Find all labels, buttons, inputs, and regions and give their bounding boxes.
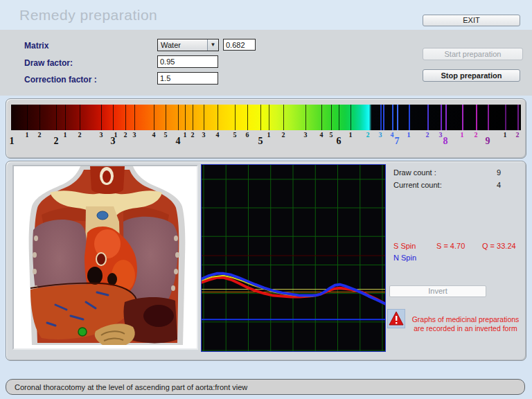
status-bar: Coronal thoracotomy at the level of asce… [6, 379, 525, 395]
spectrum-tick [185, 105, 186, 130]
spectrum-tick [488, 105, 489, 130]
spectrum-tick [260, 105, 261, 130]
spectrum-scale-number: 3 [111, 136, 116, 147]
matrix-select-value: Water [161, 41, 181, 49]
spectrum-scale-number: 2 [426, 131, 429, 139]
spectrum-scale-number: 1 [64, 131, 67, 139]
spectral-graph [201, 164, 386, 352]
matrix-coefficient-field[interactable]: 0.682 [223, 39, 256, 51]
draw-count-value: 9 [497, 168, 501, 177]
spectrum-scale-number: 4 [152, 131, 156, 139]
spectrum-tick [427, 105, 429, 130]
spectrum-tick [283, 105, 284, 130]
spectrum-scale-number: 2 [54, 136, 59, 147]
spectrum-tick [101, 105, 102, 130]
spectrum-tick [56, 105, 57, 130]
warning-text-line1: Graphs of medicinal preparations [406, 315, 525, 324]
chevron-down-icon[interactable]: ▼ [207, 39, 218, 51]
coronal-section-image [14, 166, 197, 348]
warning-text-line2: are recorded in an inverted form [406, 324, 525, 333]
spectrum-tick [125, 105, 126, 130]
current-count-row: Current count: 4 [393, 181, 501, 189]
correction-factor-field[interactable]: 1.5 [157, 72, 218, 85]
spectrum-scale-number: 1 [184, 131, 187, 139]
current-count-value: 4 [497, 181, 501, 189]
spectrum-tick [218, 105, 218, 130]
spectrum-scale-number: 2 [124, 131, 127, 139]
stop-preparation-button[interactable]: Stop preparation [423, 69, 520, 82]
spectrum-tick [269, 105, 269, 130]
spectrum-scale-number: 9 [486, 136, 490, 147]
frequency-spectrum-bar[interactable] [11, 105, 521, 130]
spectrum-scale-number: 1 [267, 131, 271, 139]
form-band [0, 30, 532, 96]
draw-count-row: Draw count : 9 [393, 168, 501, 177]
spectrum-scale-number: 2 [516, 131, 520, 139]
spectrum-tick [517, 105, 519, 130]
spectrum-scale-number: 2 [191, 131, 195, 139]
spectrum-tick [39, 105, 40, 130]
spectrum-scale-number: 1 [407, 131, 411, 139]
spectrum-tick [397, 105, 398, 130]
draw-count-label: Draw count : [393, 168, 436, 177]
spectrum-scale-number: 1 [10, 136, 15, 147]
draw-factor-label: Draw factor: [24, 58, 73, 68]
spectrum-scale-number: 3 [304, 131, 308, 139]
spectrum-scale-number: 7 [395, 136, 400, 147]
warning-text: Graphs of medicinal preparations are rec… [406, 315, 525, 333]
spectrum-scale-number: 4 [216, 131, 220, 139]
spectrum-tick [380, 105, 382, 130]
spectrum-scale-number: 4 [176, 136, 181, 147]
spectrum-tick [505, 105, 506, 130]
spectrum-scale-number: 2 [282, 131, 285, 139]
spectrum-tick [166, 105, 166, 130]
spectrum-tick [65, 105, 66, 130]
spectrum-scale-number: 5 [164, 131, 168, 139]
spectrum-scale-number: 1 [349, 131, 353, 139]
spectrum-tick [321, 105, 322, 130]
exit-button[interactable]: EXIT [423, 15, 520, 26]
start-preparation-button[interactable]: Start preparation [423, 48, 523, 60]
spectrum-scale-number: 2 [78, 131, 82, 139]
spectrum-scale-number: 8 [443, 136, 448, 147]
spectrum-tick [178, 105, 179, 130]
spectrum-tick [441, 105, 442, 130]
spectrum-scale-number: 3 [100, 131, 103, 139]
spectrum-tick [204, 105, 204, 130]
spectrum-tick [383, 105, 384, 130]
spectrum-tick [339, 105, 339, 130]
spectrum-scale-number: 2 [475, 131, 478, 139]
matrix-label: Matrix [24, 41, 48, 51]
spectrum-tick [392, 105, 393, 130]
matrix-select[interactable]: Water ▼ [157, 39, 219, 51]
spectrum-tick [409, 105, 410, 130]
spectrum-tick [80, 105, 80, 130]
q-value: Q = 33.24 [482, 242, 516, 250]
spectrum-tick [193, 105, 193, 130]
spectrum-scale-number: 3 [202, 131, 206, 139]
spectrum-scale-number: 3 [439, 131, 443, 139]
spectrum-tick [154, 105, 154, 130]
spectrum-panel: 1212312345123456123451234123121212345678… [6, 98, 526, 159]
page-title: Remedy preparation [19, 7, 157, 24]
spectrum-tick [134, 105, 135, 130]
s-spin-label: S Spin [393, 242, 416, 250]
spectrum-tick [462, 105, 463, 130]
spectrum-scale-number: 6 [246, 131, 249, 139]
spectrum-tick [445, 105, 447, 130]
spectrum-scale-number: 1 [461, 131, 464, 139]
spectrum-scale-number: 2 [366, 131, 370, 139]
spectrum-scale-number: 5 [258, 136, 263, 147]
spectrum-scale-number: 1 [504, 131, 507, 139]
status-text: Coronal thoracotomy at the level of asce… [15, 383, 247, 391]
spectrum-tick [331, 105, 332, 130]
spectrum-scale-number: 2 [38, 131, 42, 139]
spectrum-scale-number: 4 [391, 131, 394, 139]
draw-factor-field[interactable]: 0.95 [157, 55, 218, 68]
spectrum-tick [305, 105, 306, 130]
spectrum-tick [113, 105, 114, 130]
spectrum-scale-number: 3 [133, 131, 136, 139]
warning-triangle-icon [387, 309, 405, 328]
spectrum-tick [27, 105, 28, 130]
invert-button[interactable]: Invert [389, 285, 486, 297]
